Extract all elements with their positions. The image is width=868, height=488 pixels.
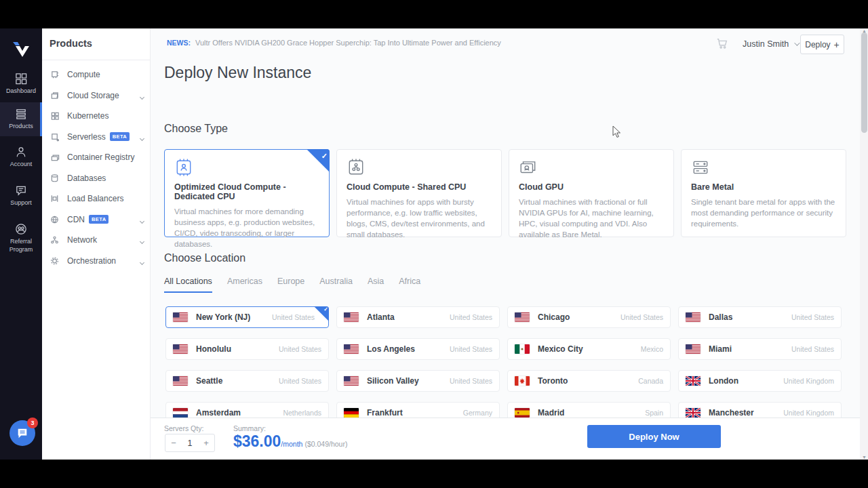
news-text: Vultr Offers NVIDIA GH200 Grace Hopper S… — [195, 39, 501, 47]
sidebar-item-products[interactable]: Products — [0, 102, 42, 136]
sidebar-item-referral-program[interactable]: Referral Program — [0, 218, 42, 259]
type-card-bare-metal[interactable]: ✓Bare MetalSingle tenant bare metal for … — [681, 149, 846, 237]
tab-australia[interactable]: Australia — [319, 277, 353, 293]
divider — [42, 60, 151, 60]
choose-type-heading: Choose Type — [164, 123, 228, 135]
us-flag-icon — [515, 312, 530, 322]
news-ticker[interactable]: NEWS:Vultr Offers NVIDIA GH200 Grace Hop… — [167, 39, 501, 47]
user-name: Justin Smith — [743, 39, 789, 49]
location-card-los-angeles[interactable]: ✓Los AngelesUnited States — [336, 338, 500, 360]
menu-item-network[interactable]: Network — [42, 230, 151, 251]
menu-item-cdn[interactable]: CDNBETA — [42, 209, 151, 230]
chevron-down-icon — [140, 214, 144, 226]
location-card-miami[interactable]: ✓MiamiUnited States — [678, 338, 842, 360]
app-window: DashboardProductsAccountSupportReferral … — [0, 28, 868, 460]
menu-item-container-registry[interactable]: Container Registry — [42, 147, 151, 168]
type-card-cloud-gpu[interactable]: ✓Cloud GPUVirtual machines with fraction… — [509, 149, 674, 237]
selected-check-icon: ✓ — [307, 149, 330, 172]
location-card-atlanta[interactable]: ✓AtlantaUnited States — [336, 306, 500, 328]
products-icon — [15, 108, 28, 121]
location-country: United States — [279, 377, 321, 385]
qty-plus-button[interactable]: + — [198, 438, 214, 448]
qty-minus-button[interactable]: − — [165, 438, 182, 448]
sidebar-item-support[interactable]: Support — [0, 179, 42, 213]
us-flag-icon — [344, 344, 359, 354]
menu-item-label: CDN — [67, 215, 85, 224]
deploy-button-label: Deploy — [805, 40, 830, 49]
serverless-icon — [50, 132, 60, 142]
location-country: United States — [450, 313, 492, 321]
cart-icon[interactable] — [716, 37, 728, 52]
type-card-description: Virtual machines for apps with bursty pe… — [347, 197, 492, 240]
beta-badge: BETA — [89, 215, 108, 224]
scroll-down-arrow[interactable]: ▼ — [862, 455, 867, 460]
vultr-logo[interactable] — [0, 38, 42, 61]
menu-item-orchestration[interactable]: Orchestration — [42, 251, 151, 272]
de-flag-icon — [344, 408, 359, 418]
location-city: Amsterdam — [196, 408, 241, 418]
screen: DashboardProductsAccountSupportReferral … — [0, 0, 868, 488]
location-country: United States — [791, 345, 834, 353]
location-card-new-york-nj[interactable]: ✓New York (NJ)United States — [165, 306, 329, 328]
kubernetes-icon — [50, 111, 60, 121]
qty-value: 1 — [182, 439, 198, 448]
chevron-down-icon — [140, 234, 144, 246]
sidebar-item-label: Support — [10, 199, 32, 207]
sidebar-item-account[interactable]: Account — [0, 140, 42, 174]
chat-widget-button[interactable]: 3 — [9, 420, 35, 446]
menu-item-load-balancers[interactable]: Load Balancers — [42, 188, 151, 209]
scrollbar-thumb[interactable] — [861, 33, 867, 133]
serverless-icon — [50, 132, 60, 142]
location-card-dallas[interactable]: ✓DallasUnited States — [678, 306, 842, 328]
price-summary: $36.00/month ($0.049/hour) — [233, 432, 347, 451]
chevron-down-icon — [140, 89, 144, 102]
location-card-silicon-valley[interactable]: ✓Silicon ValleyUnited States — [336, 370, 500, 392]
support-icon — [15, 184, 28, 197]
chip-share-icon — [347, 158, 366, 177]
deploy-button[interactable]: Deploy + — [800, 35, 844, 54]
dashboard-icon — [15, 73, 28, 85]
location-card-chicago[interactable]: ✓ChicagoUnited States — [507, 306, 671, 328]
location-card-seattle[interactable]: ✓SeattleUnited States — [165, 370, 329, 392]
location-card-mexico-city[interactable]: ✓Mexico CityMexico — [507, 338, 671, 360]
scrollbar[interactable]: ▲ ▼ — [860, 28, 868, 460]
choose-location-heading: Choose Location — [164, 252, 245, 264]
sidebar-item-label: Dashboard — [6, 87, 36, 96]
tab-europe[interactable]: Europe — [277, 277, 304, 293]
user-menu[interactable]: Justin Smith — [743, 39, 798, 49]
price-hourly: ($0.049/hour) — [302, 440, 347, 448]
menu-item-label: Cloud Storage — [67, 91, 119, 100]
quantity-stepper: − 1 + — [165, 434, 215, 452]
location-card-london[interactable]: ✓LondonUnited Kingdom — [678, 370, 842, 392]
menu-item-compute[interactable]: Compute — [42, 64, 151, 85]
server-stack-icon — [691, 158, 710, 177]
tab-africa[interactable]: Africa — [399, 277, 420, 293]
page-title: Deploy New Instance — [164, 64, 311, 82]
cdn-icon — [50, 215, 60, 224]
location-city: Chicago — [538, 312, 570, 322]
price-per-month: /month — [281, 440, 302, 448]
gpu-stack-icon — [519, 158, 538, 177]
location-city: Miami — [709, 344, 732, 354]
location-city: London — [709, 376, 738, 386]
location-country: United Kingdom — [783, 377, 834, 385]
tab-asia[interactable]: Asia — [368, 277, 384, 293]
chevron-down-icon — [794, 40, 800, 45]
menu-item-kubernetes[interactable]: Kubernetes — [42, 106, 151, 127]
ca-flag-icon — [515, 376, 530, 386]
menu-item-serverless[interactable]: ServerlessBETA — [42, 127, 151, 148]
type-card-cloud-compute-shared-cpu[interactable]: ✓Cloud Compute - Shared CPUVirtual machi… — [336, 149, 502, 237]
type-card-title: Cloud Compute - Shared CPU — [347, 182, 492, 192]
menu-item-cloud-storage[interactable]: Cloud Storage — [42, 85, 151, 106]
type-card-optimized-cloud-compute-dedicated-cpu[interactable]: ✓Optimized Cloud Compute - Dedicated CPU… — [164, 149, 330, 237]
tab-americas[interactable]: Americas — [227, 277, 262, 293]
location-card-honolulu[interactable]: ✓HonoluluUnited States — [165, 338, 329, 360]
location-city: New York (NJ) — [196, 312, 250, 322]
sidebar-item-dashboard[interactable]: Dashboard — [0, 67, 42, 101]
menu-item-databases[interactable]: Databases — [42, 168, 151, 189]
location-card-toronto[interactable]: ✓TorontoCanada — [507, 370, 671, 392]
chip-user-icon — [174, 158, 193, 177]
referral-icon — [15, 223, 28, 236]
tab-all-locations[interactable]: All Locations — [164, 277, 212, 293]
deploy-now-button[interactable]: Deploy Now — [587, 425, 721, 448]
